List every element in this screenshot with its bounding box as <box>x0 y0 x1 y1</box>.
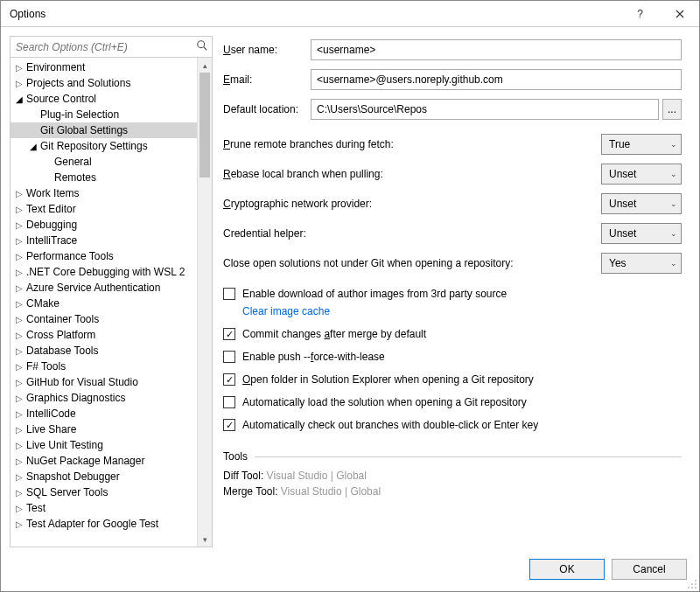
tree-expand-icon[interactable]: ▷ <box>14 299 24 309</box>
push-force-checkbox[interactable] <box>223 351 235 363</box>
tree-item[interactable]: ▷Performance Tools <box>10 248 197 264</box>
tree-item[interactable]: ▷Container Tools <box>10 311 197 327</box>
tree-item[interactable]: ▷Test <box>10 500 197 516</box>
tree-item[interactable]: ▷Text Editor <box>10 201 197 217</box>
tree-expand-icon[interactable]: ▷ <box>14 409 24 419</box>
tree-item-label: Text Editor <box>26 203 76 215</box>
tree-expand-icon[interactable]: ▷ <box>14 331 24 340</box>
tree-expand-icon[interactable]: ▷ <box>14 79 24 88</box>
prune-dropdown[interactable]: True⌄ <box>601 134 682 155</box>
tree-item-label: Azure Service Authentication <box>26 282 160 294</box>
tree-item[interactable]: ▷.NET Core Debugging with WSL 2 <box>10 264 197 280</box>
resize-grip-icon[interactable] <box>687 579 697 589</box>
options-tree[interactable]: ▷Environment▷Projects and Solutions◢Sour… <box>10 58 197 547</box>
auto-checkout-checkbox[interactable]: ✓ <box>223 419 235 431</box>
tree-item[interactable]: ▷IntelliCode <box>10 406 197 421</box>
tree-expand-icon[interactable]: ▷ <box>14 425 24 435</box>
tree-item-label: Live Share <box>26 423 76 435</box>
cred-dropdown[interactable]: Unset⌄ <box>601 223 682 244</box>
open-folder-label: Open folder in Solution Explorer when op… <box>242 373 534 386</box>
rebase-dropdown[interactable]: Unset⌄ <box>601 164 682 185</box>
tree-item-label: GitHub for Visual Studio <box>26 376 138 388</box>
tree-expand-icon[interactable]: ▷ <box>14 346 24 356</box>
tree-item[interactable]: ◢Git Repository Settings <box>10 138 197 154</box>
tree-expand-icon[interactable]: ◢ <box>14 94 24 104</box>
tree-item[interactable]: ▷NuGet Package Manager <box>10 453 197 469</box>
tree-item[interactable]: ▷GitHub for Visual Studio <box>10 374 197 390</box>
tree-item[interactable]: ▷Snapshot Debugger <box>10 469 197 484</box>
cancel-button[interactable]: Cancel <box>612 559 687 580</box>
tree-expand-icon[interactable]: ▷ <box>14 283 24 293</box>
auto-checkout-label: Automatically check out branches with do… <box>242 419 538 431</box>
defaultloc-input[interactable] <box>311 99 659 120</box>
email-input[interactable] <box>311 69 682 90</box>
rebase-label: Rebase local branch when pulling: <box>223 168 601 180</box>
tree-expand-icon[interactable]: ▷ <box>14 315 24 324</box>
svg-point-4 <box>695 583 696 585</box>
tree-item-label: Git Repository Settings <box>40 140 148 152</box>
scroll-down-icon[interactable]: ▾ <box>198 532 212 547</box>
open-folder-checkbox[interactable]: ✓ <box>223 373 235 386</box>
tree-expand-icon[interactable]: ▷ <box>14 488 24 498</box>
tree-item[interactable]: ▷Work Items <box>10 185 197 201</box>
download-images-checkbox[interactable] <box>223 288 235 300</box>
scroll-up-icon[interactable]: ▴ <box>198 58 212 73</box>
ok-button[interactable]: OK <box>529 559 605 580</box>
tree-expand-icon[interactable]: ▷ <box>14 504 24 513</box>
search-box[interactable] <box>10 37 212 58</box>
search-input[interactable] <box>10 37 212 57</box>
tree-item[interactable]: ▷F# Tools <box>10 359 197 374</box>
commit-merge-checkbox[interactable]: ✓ <box>223 328 235 340</box>
browse-button[interactable]: ... <box>662 99 682 120</box>
tree-expand-icon[interactable]: ▷ <box>14 252 24 261</box>
tree-item[interactable]: ▷Live Share <box>10 421 197 437</box>
tree-scrollbar[interactable]: ▴ ▾ <box>197 58 212 547</box>
tree-expand-icon[interactable]: ▷ <box>14 268 24 277</box>
tree-item[interactable]: Remotes <box>10 170 197 185</box>
tree-item[interactable]: ▷Azure Service Authentication <box>10 280 197 296</box>
tree-expand-icon[interactable]: ▷ <box>14 236 24 246</box>
tree-item[interactable]: ▷Test Adapter for Google Test <box>10 516 197 532</box>
tree-expand-icon[interactable]: ▷ <box>14 519 24 529</box>
merge-tool-options[interactable]: Visual Studio | Global <box>281 485 381 498</box>
push-force-label: Enable push --force-with-lease <box>242 351 385 363</box>
username-input[interactable] <box>311 39 682 60</box>
tree-expand-icon[interactable]: ▷ <box>14 394 24 403</box>
tree-expand-icon[interactable]: ▷ <box>14 472 24 482</box>
tree-item[interactable]: ▷Projects and Solutions <box>10 75 197 91</box>
tree-item[interactable]: ▷Debugging <box>10 217 197 233</box>
auto-load-checkbox[interactable] <box>223 396 235 408</box>
tree-item[interactable]: ▷Graphics Diagnostics <box>10 390 197 406</box>
help-button[interactable]: ? <box>620 1 660 26</box>
tree-item[interactable]: ▷Database Tools <box>10 343 197 359</box>
tree-item[interactable]: ▷Cross Platform <box>10 327 197 343</box>
chevron-down-icon: ⌄ <box>670 140 677 149</box>
tree-item[interactable]: ▷Environment <box>10 59 197 75</box>
tree-expand-icon[interactable]: ▷ <box>14 205 24 214</box>
tree-item[interactable]: Git Global Settings <box>10 122 197 138</box>
scroll-thumb[interactable] <box>200 73 210 178</box>
tree-expand-icon[interactable]: ▷ <box>14 456 24 466</box>
download-images-label: Enable download of author images from 3r… <box>242 288 507 300</box>
search-icon <box>196 39 208 54</box>
tree-expand-icon[interactable]: ▷ <box>14 441 24 450</box>
clear-cache-link[interactable]: Clear image cache <box>242 305 682 317</box>
tree-expand-icon[interactable]: ▷ <box>14 220 24 230</box>
tree-item[interactable]: ▷CMake <box>10 296 197 311</box>
tree-expand-icon[interactable]: ▷ <box>14 378 24 387</box>
tree-item[interactable]: ▷Live Unit Testing <box>10 437 197 453</box>
closesol-dropdown[interactable]: Yes⌄ <box>601 253 682 274</box>
diff-tool-options[interactable]: Visual Studio | Global <box>267 470 367 482</box>
tree-item[interactable]: General <box>10 154 197 170</box>
tree-item[interactable]: ▷SQL Server Tools <box>10 484 197 500</box>
tree-expand-icon[interactable]: ▷ <box>14 362 24 372</box>
tree-item-label: General <box>54 156 92 168</box>
tree-expand-icon[interactable]: ▷ <box>14 63 24 73</box>
tree-expand-icon[interactable]: ▷ <box>14 189 24 198</box>
tree-expand-icon[interactable]: ◢ <box>28 142 38 151</box>
tree-item[interactable]: ◢Source Control <box>10 91 197 107</box>
tree-item[interactable]: ▷IntelliTrace <box>10 233 197 248</box>
crypto-dropdown[interactable]: Unset⌄ <box>601 193 682 214</box>
close-button[interactable] <box>660 1 699 26</box>
tree-item[interactable]: Plug-in Selection <box>10 107 197 122</box>
